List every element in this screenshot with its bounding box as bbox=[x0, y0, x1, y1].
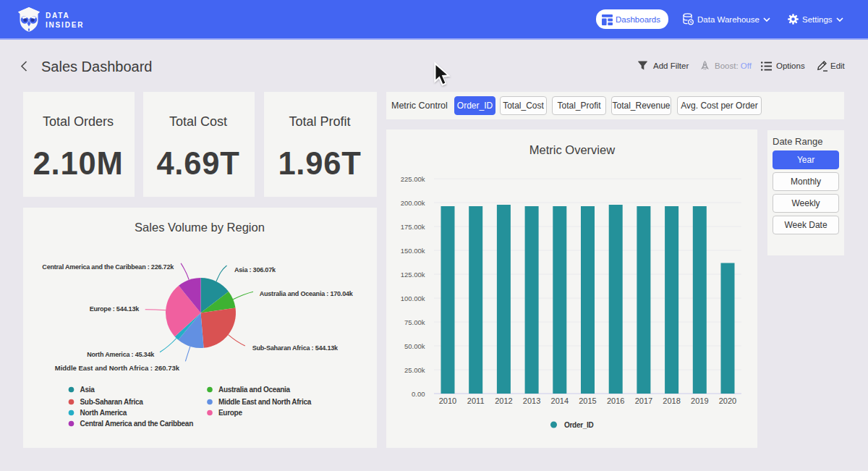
svg-text:2017: 2017 bbox=[635, 396, 652, 405]
svg-text:North America: North America bbox=[80, 409, 127, 417]
svg-text:2020: 2020 bbox=[719, 396, 736, 405]
svg-text:Order_ID: Order_ID bbox=[564, 421, 593, 429]
svg-text:2016: 2016 bbox=[607, 396, 624, 405]
svg-text:North America : 45.34k: North America : 45.34k bbox=[87, 351, 155, 358]
svg-text:Asia : 306.07k: Asia : 306.07k bbox=[234, 266, 276, 273]
svg-text:50.00k: 50.00k bbox=[404, 342, 425, 350]
svg-text:Europe : 544.13k: Europe : 544.13k bbox=[90, 305, 140, 313]
svg-text:2013: 2013 bbox=[523, 396, 540, 405]
svg-text:Sub-Saharan Africa : 544.13k: Sub-Saharan Africa : 544.13k bbox=[252, 344, 339, 352]
svg-text:2014: 2014 bbox=[551, 396, 569, 405]
svg-text:Sales Volume by Region: Sales Volume by Region bbox=[135, 221, 265, 234]
svg-text:2015: 2015 bbox=[579, 396, 596, 405]
svg-text:150.00k: 150.00k bbox=[401, 247, 425, 255]
svg-text:Central America and the Caribb: Central America and the Caribbean bbox=[80, 420, 194, 428]
svg-text:0.00: 0.00 bbox=[412, 390, 425, 398]
svg-text:2019: 2019 bbox=[691, 396, 708, 405]
svg-text:225.00k: 225.00k bbox=[401, 175, 425, 183]
svg-text:200.00k: 200.00k bbox=[401, 199, 425, 207]
svg-text:2012: 2012 bbox=[495, 396, 512, 405]
svg-text:Europe: Europe bbox=[218, 409, 242, 417]
svg-text:Central America and the Caribb: Central America and the Caribbean : 226.… bbox=[42, 263, 174, 271]
svg-text:75.00k: 75.00k bbox=[404, 318, 425, 326]
svg-text:100.00k: 100.00k bbox=[401, 294, 425, 302]
svg-text:175.00k: 175.00k bbox=[401, 223, 425, 231]
svg-text:Middle East and North Africa: Middle East and North Africa bbox=[218, 398, 312, 406]
svg-text:Middle East and North Africa :: Middle East and North Africa : 260.73k bbox=[55, 364, 180, 372]
svg-text:25.00k: 25.00k bbox=[404, 366, 425, 374]
svg-text:Australia and Oceania : 170.04: Australia and Oceania : 170.04k bbox=[260, 290, 354, 297]
svg-text:Asia: Asia bbox=[80, 386, 95, 394]
svg-text:Australia and Oceania: Australia and Oceania bbox=[218, 386, 290, 394]
svg-text:2018: 2018 bbox=[663, 396, 680, 405]
svg-text:Sub-Saharan Africa: Sub-Saharan Africa bbox=[80, 398, 144, 406]
svg-text:125.00k: 125.00k bbox=[401, 271, 425, 279]
svg-text:2010: 2010 bbox=[439, 396, 456, 405]
svg-text:2011: 2011 bbox=[467, 396, 485, 405]
svg-text:Metric Overview: Metric Overview bbox=[529, 143, 615, 156]
